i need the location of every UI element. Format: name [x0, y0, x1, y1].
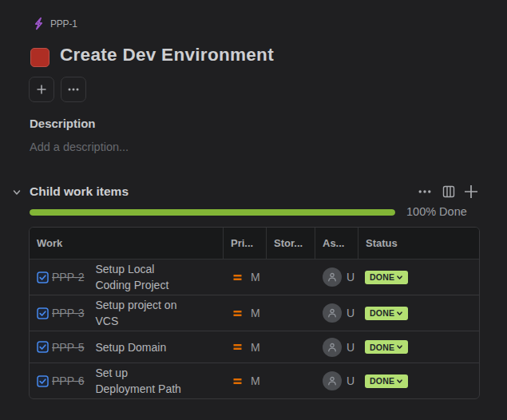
- work-item-name[interactable]: Setup project on VCS: [95, 297, 188, 329]
- progress-bar-fill: [30, 209, 395, 216]
- work-cell: PPP-6 Set up Deployment Path: [30, 365, 224, 397]
- work-item-name[interactable]: Setup Domain: [95, 339, 188, 355]
- breadcrumb: PPP-1: [32, 17, 77, 30]
- table-row: PPP-3 Setup project on VCS M U DONE: [30, 295, 479, 331]
- plus-icon: [34, 82, 49, 97]
- status-label: DONE: [370, 343, 394, 352]
- page-title: Create Dev Environment: [60, 45, 274, 65]
- ellipsis-icon: [418, 184, 432, 199]
- priority-cell[interactable]: M: [224, 374, 267, 387]
- table-row: PPP-6 Set up Deployment Path M U DONE: [30, 363, 479, 398]
- status-label: DONE: [370, 272, 394, 282]
- priority-cell[interactable]: M: [224, 271, 267, 283]
- work-item-key[interactable]: PPP-6: [52, 374, 84, 387]
- status-cell: DONE: [358, 374, 479, 388]
- table-body: PPP-2 Setup Local Coding Project M U DON…: [30, 260, 479, 398]
- priority-medium-icon: [232, 272, 243, 283]
- progress-label: 100% Done: [406, 205, 467, 218]
- priority-medium-icon: [232, 376, 243, 386]
- plus-icon: [464, 184, 478, 199]
- more-actions-button[interactable]: [61, 77, 86, 102]
- assignee-name: U: [347, 307, 355, 319]
- done-checkbox[interactable]: [37, 271, 49, 283]
- person-icon: [327, 375, 338, 386]
- work-item-key[interactable]: PPP-5: [52, 341, 84, 354]
- done-checkbox[interactable]: [37, 375, 49, 387]
- work-cell: PPP-3 Setup project on VCS: [30, 297, 224, 329]
- chevron-down-icon: [396, 274, 403, 281]
- work-item-key[interactable]: PPP-3: [52, 307, 84, 319]
- work-item-key[interactable]: PPP-2: [52, 271, 84, 283]
- assignee-cell[interactable]: U: [315, 338, 358, 357]
- status-label: DONE: [370, 308, 394, 318]
- description-placeholder[interactable]: Add a description...: [30, 141, 129, 153]
- work-item-name[interactable]: Set up Deployment Path: [95, 365, 188, 397]
- description-heading: Description: [30, 117, 96, 130]
- work-cell: PPP-5 Setup Domain: [30, 339, 224, 355]
- ellipsis-icon: [66, 82, 81, 97]
- status-cell: DONE: [358, 307, 479, 320]
- assignee-name: U: [347, 271, 355, 283]
- avatar: [323, 338, 342, 357]
- chevron-down-icon: [396, 343, 403, 351]
- priority-medium-icon: [232, 308, 243, 319]
- priority-label: M: [251, 341, 260, 354]
- avatar: [323, 371, 342, 390]
- column-header-assignee[interactable]: As...: [315, 228, 358, 259]
- priority-cell[interactable]: M: [224, 341, 267, 354]
- priority-label: M: [251, 307, 260, 319]
- assignee-name: U: [347, 374, 355, 387]
- assignee-name: U: [347, 341, 355, 354]
- column-header-work[interactable]: Work: [30, 228, 224, 259]
- assignee-cell[interactable]: U: [315, 267, 358, 287]
- status-badge[interactable]: DONE: [365, 271, 408, 284]
- add-child-item-button[interactable]: [464, 184, 478, 199]
- epic-bolt-icon: [32, 17, 46, 30]
- add-button[interactable]: [29, 77, 54, 102]
- done-checkbox[interactable]: [37, 341, 49, 353]
- assignee-cell[interactable]: U: [315, 303, 358, 323]
- status-label: DONE: [370, 376, 394, 386]
- child-work-items-heading: Child work items: [30, 184, 129, 199]
- child-items-table: Work Pri... Stor... As... Status PPP-2 S…: [29, 227, 480, 399]
- column-header-status[interactable]: Status: [358, 228, 479, 259]
- table-header-row: Work Pri... Stor... As... Status: [30, 228, 479, 260]
- work-item-name[interactable]: Setup Local Coding Project: [95, 261, 188, 293]
- priority-label: M: [251, 271, 260, 283]
- done-checkbox[interactable]: [37, 307, 49, 319]
- table-row: PPP-5 Setup Domain M U DONE: [30, 331, 479, 363]
- priority-label: M: [251, 374, 260, 387]
- column-header-priority[interactable]: Pri...: [224, 228, 267, 259]
- columns-icon: [442, 184, 456, 199]
- work-cell: PPP-2 Setup Local Coding Project: [30, 261, 224, 293]
- chevron-down-icon: [396, 310, 403, 317]
- column-settings-button[interactable]: [442, 184, 456, 199]
- table-row: PPP-2 Setup Local Coding Project M U DON…: [30, 260, 479, 295]
- assignee-cell[interactable]: U: [315, 371, 358, 390]
- status-cell: DONE: [358, 340, 479, 354]
- breadcrumb-item-key[interactable]: PPP-1: [50, 18, 77, 30]
- collapse-chevron-icon[interactable]: [11, 187, 22, 198]
- status-badge[interactable]: DONE: [365, 307, 408, 320]
- person-icon: [327, 307, 338, 319]
- person-icon: [327, 342, 338, 353]
- person-icon: [327, 271, 338, 283]
- priority-medium-icon: [232, 342, 243, 352]
- chevron-down-icon: [396, 378, 403, 385]
- column-header-story[interactable]: Stor...: [267, 228, 315, 259]
- avatar: [323, 303, 342, 323]
- status-badge[interactable]: DONE: [365, 340, 408, 354]
- avatar: [323, 267, 342, 287]
- status-badge[interactable]: DONE: [365, 374, 408, 388]
- progress-bar: [30, 209, 395, 216]
- work-item-color-icon: [30, 48, 50, 67]
- status-cell: DONE: [358, 271, 479, 284]
- child-items-more-button[interactable]: [418, 184, 432, 199]
- priority-cell[interactable]: M: [224, 307, 267, 319]
